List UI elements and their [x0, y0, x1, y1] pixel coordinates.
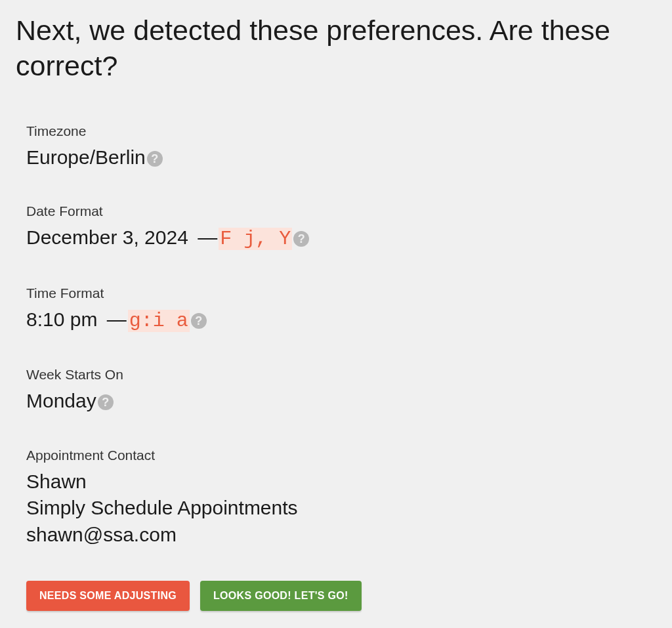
dash-separator: — [188, 226, 219, 248]
timezone-value: Europe/Berlin [26, 146, 146, 168]
date-format-value-line: December 3, 2024 —F j, Y? [26, 224, 656, 253]
date-format-code: F j, Y [219, 228, 292, 250]
time-format-label: Time Format [26, 285, 656, 301]
time-format-code: g:i a [128, 310, 190, 332]
contact-name: Shawn [26, 469, 656, 495]
timezone-value-line: Europe/Berlin? [26, 144, 656, 171]
help-icon[interactable]: ? [191, 313, 207, 329]
time-format-example: 8:10 pm [26, 308, 97, 330]
button-row: Needs Some Adjusting Looks Good! Let's G… [26, 581, 656, 611]
contact-block: Appointment Contact Shawn Simply Schedul… [26, 448, 656, 549]
week-starts-value-line: Monday? [26, 388, 656, 415]
date-format-example: December 3, 2024 [26, 226, 188, 248]
date-format-label: Date Format [26, 203, 656, 219]
timezone-block: Timezone Europe/Berlin? [26, 123, 656, 171]
contact-email: shawn@ssa.com [26, 522, 656, 549]
week-starts-block: Week Starts On Monday? [26, 367, 656, 415]
time-format-block: Time Format 8:10 pm —g:i a? [26, 285, 656, 335]
week-starts-value: Monday [26, 390, 96, 411]
preferences-list: Timezone Europe/Berlin? Date Format Dece… [16, 123, 656, 612]
page-title: Next, we detected these preferences. Are… [16, 13, 656, 84]
needs-adjusting-button[interactable]: Needs Some Adjusting [26, 581, 190, 611]
date-format-block: Date Format December 3, 2024 —F j, Y? [26, 203, 656, 253]
contact-org: Simply Schedule Appointments [26, 495, 656, 522]
time-format-value-line: 8:10 pm —g:i a? [26, 306, 656, 335]
timezone-label: Timezone [26, 123, 656, 139]
contact-label: Appointment Contact [26, 448, 656, 463]
help-icon[interactable]: ? [98, 394, 114, 410]
looks-good-button[interactable]: Looks Good! Let's Go! [200, 581, 362, 611]
contact-details: Shawn Simply Schedule Appointments shawn… [26, 469, 656, 549]
help-icon[interactable]: ? [293, 231, 309, 247]
help-icon[interactable]: ? [147, 151, 163, 167]
week-starts-label: Week Starts On [26, 367, 656, 383]
dash-separator: — [97, 308, 127, 330]
